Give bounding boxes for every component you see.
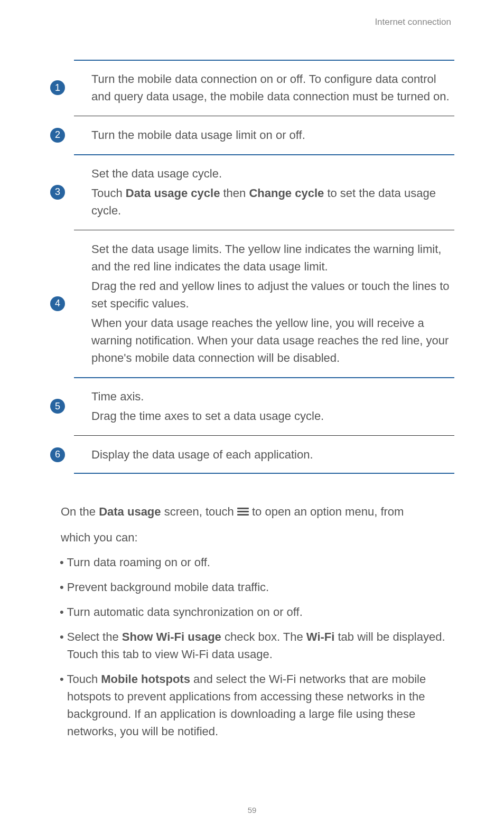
number-badge: 4 <box>50 296 65 311</box>
number-badge: 2 <box>50 128 65 143</box>
paragraph: Turn the mobile data connection on or of… <box>91 70 454 105</box>
paragraph: Time axis. <box>91 388 454 405</box>
table-row: 4Set the data usage limits. The yellow l… <box>50 230 454 377</box>
table-row: 2Turn the mobile data usage limit on or … <box>50 116 454 154</box>
badge-column: 6 <box>50 447 91 462</box>
page-header: Internet connection <box>375 17 451 27</box>
text-column: Turn the mobile data usage limit on or o… <box>91 126 454 144</box>
paragraph: Turn the mobile data usage limit on or o… <box>91 126 454 144</box>
text-segment: Turn automatic data synchronization on o… <box>67 605 302 619</box>
text-segment: Touch <box>67 672 101 686</box>
badge-column: 5 <box>50 399 91 414</box>
text-column: Turn the mobile data connection on or of… <box>91 70 454 105</box>
text-segment: check box. The <box>221 630 306 643</box>
text-column: Time axis.Drag the time axes to set a da… <box>91 388 454 425</box>
list-item: Select the Show Wi-Fi usage check box. T… <box>50 628 454 663</box>
text-segment: Wi-Fi <box>306 630 335 643</box>
text-segment: Drag the time axes to set a data usage c… <box>91 409 324 423</box>
list-item: Prevent background mobile data traffic. <box>50 578 454 596</box>
number-badge: 5 <box>50 399 65 414</box>
text-segment: then <box>220 186 249 200</box>
badge-column: 3 <box>50 185 91 200</box>
table-row: 5Time axis.Drag the time axes to set a d… <box>50 377 454 435</box>
list-item: Touch Mobile hotspots and select the Wi-… <box>50 670 454 740</box>
text-segment: When your data usage reaches the yellow … <box>91 316 449 364</box>
menu-icon <box>237 506 249 517</box>
intro-after: to open an option menu, from <box>249 505 404 518</box>
text-segment: Change cycle <box>249 186 324 200</box>
paragraph: Drag the red and yellow lines to adjust … <box>91 277 454 312</box>
text-segment: Set the data usage limits. The yellow li… <box>91 242 441 273</box>
intro-mid: screen, touch <box>161 505 237 518</box>
main-content: 1Turn the mobile data connection on or o… <box>50 60 454 747</box>
text-segment: Data usage cycle <box>126 186 220 200</box>
paragraph: Set the data usage limits. The yellow li… <box>91 240 454 275</box>
text-segment: Turn data roaming on or off. <box>67 556 210 569</box>
text-segment: Display the data usage of each applicati… <box>91 448 313 461</box>
text-column: Display the data usage of each applicati… <box>91 446 454 463</box>
text-segment: Turn the mobile data usage limit on or o… <box>91 128 305 142</box>
table-row: 6Display the data usage of each applicat… <box>50 435 454 474</box>
text-segment: Turn the mobile data connection on or of… <box>91 72 450 103</box>
text-segment: Prevent background mobile data traffic. <box>67 581 269 594</box>
text-segment: Set the data usage cycle. <box>91 167 222 180</box>
badge-column: 1 <box>50 80 91 95</box>
after-section: On the Data usage screen, touch to open … <box>50 503 454 740</box>
text-segment: Touch <box>91 186 126 200</box>
paragraph: Display the data usage of each applicati… <box>91 446 454 463</box>
bullet-list: Turn data roaming on or off.Prevent back… <box>50 554 454 740</box>
paragraph: Touch Data usage cycle then Change cycle… <box>91 184 454 219</box>
paragraph: Set the data usage cycle. <box>91 165 454 182</box>
intro-line-1: On the Data usage screen, touch to open … <box>61 503 454 520</box>
text-segment: Drag the red and yellow lines to adjust … <box>91 279 450 310</box>
text-column: Set the data usage limits. The yellow li… <box>91 240 454 367</box>
text-segment: Time axis. <box>91 390 144 403</box>
intro-bold1: Data usage <box>99 505 161 518</box>
badge-column: 4 <box>50 296 91 311</box>
paragraph: Drag the time axes to set a data usage c… <box>91 407 454 425</box>
number-badge: 3 <box>50 185 65 200</box>
table-row: 3Set the data usage cycle.Touch Data usa… <box>50 154 454 230</box>
text-segment: Mobile hotspots <box>101 672 190 686</box>
page-number: 59 <box>0 806 504 815</box>
intro-before: On the <box>61 505 99 518</box>
list-item: Turn automatic data synchronization on o… <box>50 603 454 621</box>
intro-line-2: which you can: <box>61 529 454 546</box>
text-segment: Select the <box>67 630 122 643</box>
list-item: Turn data roaming on or off. <box>50 554 454 571</box>
badge-column: 2 <box>50 128 91 143</box>
number-badge: 6 <box>50 447 65 462</box>
text-column: Set the data usage cycle.Touch Data usag… <box>91 165 454 219</box>
text-segment: Show Wi-Fi usage <box>122 630 221 643</box>
number-badge: 1 <box>50 80 65 95</box>
paragraph: When your data usage reaches the yellow … <box>91 314 454 367</box>
table-row: 1Turn the mobile data connection on or o… <box>50 60 454 116</box>
